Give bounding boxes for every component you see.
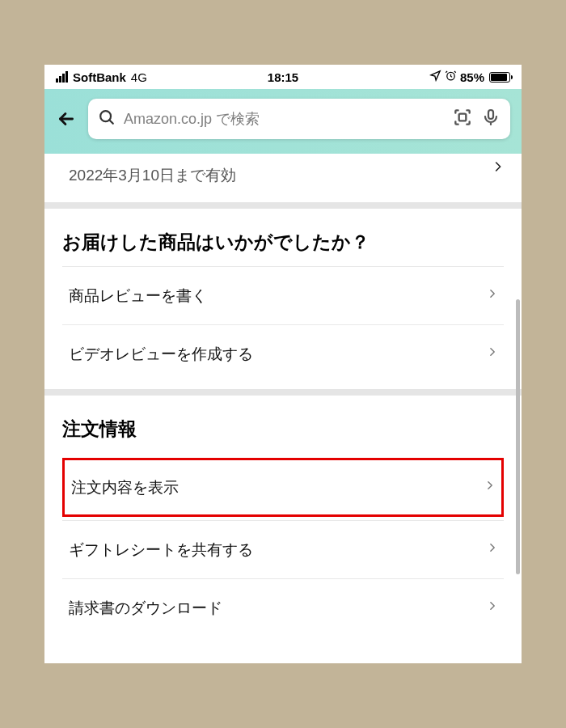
scrollbar[interactable] [516, 299, 520, 574]
chevron-right-icon [492, 157, 504, 180]
location-icon [429, 70, 441, 84]
back-button[interactable] [53, 108, 80, 129]
signal-icon [56, 71, 68, 83]
show-order-details-item[interactable]: 注文内容を表示 [62, 458, 504, 517]
chevron-right-icon [487, 539, 497, 561]
chevron-right-icon [484, 476, 495, 498]
create-video-review-item[interactable]: ビデオレビューを作成する [62, 324, 504, 383]
search-input[interactable] [124, 111, 444, 128]
chevron-right-icon [487, 343, 497, 365]
svg-line-2 [109, 120, 113, 124]
battery-pct: 85% [460, 70, 484, 84]
divider [44, 389, 522, 396]
order-info-section-title: 注文情報 [44, 396, 522, 453]
share-gift-receipt-label: ギフトレシートを共有する [69, 540, 253, 561]
chevron-right-icon [487, 285, 497, 307]
share-gift-receipt-item[interactable]: ギフトレシートを共有する [62, 520, 504, 578]
chevron-right-icon [487, 597, 497, 619]
battery-icon [489, 72, 510, 83]
microphone-icon[interactable] [481, 108, 501, 130]
feedback-section-title: お届けした商品はいかがでしたか？ [44, 209, 522, 266]
status-bar: SoftBank 4G 18:15 85% [44, 65, 522, 89]
download-invoice-label: 請求書のダウンロード [69, 598, 222, 619]
network-label: 4G [131, 70, 147, 84]
create-video-review-label: ビデオレビューを作成する [69, 344, 253, 365]
validity-note-row[interactable]: 2022年3月10日まで有効 [44, 154, 522, 202]
search-header [44, 89, 522, 154]
download-invoice-item[interactable]: 請求書のダウンロード [62, 578, 504, 637]
divider [44, 202, 522, 209]
content-area: 2022年3月10日まで有効 お届けした商品はいかがでしたか？ 商品レビューを書… [44, 154, 522, 637]
svg-rect-3 [459, 114, 467, 121]
scan-icon[interactable] [452, 107, 473, 131]
carrier-label: SoftBank [73, 70, 126, 84]
write-review-item[interactable]: 商品レビューを書く [62, 266, 504, 324]
write-review-label: 商品レビューを書く [69, 286, 207, 307]
svg-rect-4 [488, 110, 493, 119]
search-icon [98, 108, 116, 129]
validity-note-text: 2022年3月10日まで有効 [69, 165, 236, 186]
alarm-icon [445, 70, 457, 84]
show-order-details-label: 注文内容を表示 [71, 477, 179, 498]
clock: 18:15 [268, 70, 298, 84]
search-box[interactable] [88, 99, 510, 139]
